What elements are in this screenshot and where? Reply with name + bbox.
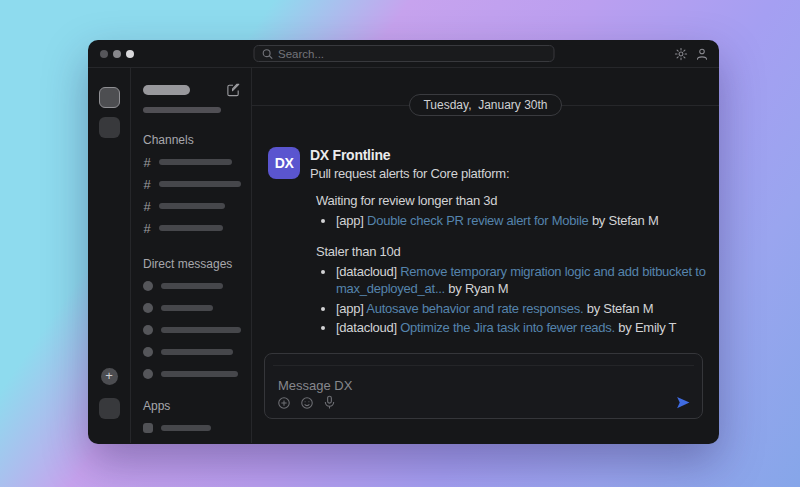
window-close-button[interactable] [100,50,108,58]
settings-gear-icon[interactable] [674,47,688,61]
channel-name-skeleton [159,203,225,209]
search-placeholder: Search... [278,48,324,60]
pr-link[interactable]: Optimize the Jira task into fewer reads. [400,320,615,335]
app-name-skeleton [161,425,211,431]
message-intro-text: Pull request alerts for Core platform: [310,165,713,182]
search-icon [261,48,273,60]
search-input[interactable]: Search... [253,45,554,62]
hash-icon: # [143,177,151,192]
sidebar-dm-item[interactable] [143,363,241,385]
hash-icon: # [143,199,151,214]
channel-name-skeleton [159,225,223,231]
dm-name-skeleton [161,349,233,355]
workspace-status-skeleton [143,107,221,113]
slack-app-window: Search... [88,40,719,444]
sidebar-channel-item[interactable]: # [143,173,241,195]
pr-author: by Stefan M [592,213,659,228]
pr-link[interactable]: Double check PR review alert for Mobile [367,213,588,228]
dm-avatar-skeleton [143,303,153,313]
date-divider: Tuesday, January 30th [252,94,719,115]
dm-name-skeleton [161,327,241,333]
sidebar-channel-item[interactable]: # [143,151,241,173]
app-avatar-skeleton [143,423,153,433]
composer-placeholder: Message DX [278,378,352,393]
user-profile-icon[interactable] [695,47,709,61]
hash-icon: # [143,221,151,236]
message-sender-name: DX Frontline [310,147,713,163]
channel-name-skeleton [159,159,232,165]
pr-author: by Emily T [618,320,676,335]
microphone-icon[interactable] [323,395,336,410]
window-controls [100,50,134,58]
window-minimize-button[interactable] [113,50,121,58]
hash-icon: # [143,155,151,170]
sidebar-dm-item[interactable] [143,341,241,363]
message-section-staler: Staler than 10d [datacloud] Remove tempo… [316,243,713,337]
pr-alert-item: [app] Autosave behavior and rate respons… [336,300,713,318]
dm-name-skeleton [161,305,213,311]
sidebar-dm-item[interactable] [143,275,241,297]
add-workspace-button[interactable]: + [101,368,118,385]
sidebar-channel-item[interactable]: # [143,195,241,217]
workspace-switcher-secondary[interactable] [99,117,120,138]
window-zoom-button[interactable] [126,50,134,58]
dx-bot-avatar: DX [268,147,300,179]
workspace-rail-bottom-square[interactable] [99,398,120,419]
direct-messages-header: Direct messages [143,257,241,271]
sidebar-dm-item[interactable] [143,319,241,341]
window-titlebar: Search... [88,40,719,68]
dm-avatar-skeleton [143,281,153,291]
pr-alert-list: [datacloud] Remove temporary migration l… [316,263,713,337]
repo-tag: [app] [336,301,364,316]
pr-alert-item: [app] Double check PR review alert for M… [336,212,713,230]
workspace-rail: + [88,68,131,443]
pr-alert-item: [datacloud] Optimize the Jira task into … [336,319,713,337]
compose-message-icon[interactable] [226,82,241,97]
dm-avatar-skeleton [143,369,153,379]
dm-name-skeleton [161,283,223,289]
sidebar-dm-item[interactable] [143,297,241,319]
dm-avatar-skeleton [143,347,153,357]
pr-link[interactable]: Autosave behavior and rate responses. [366,301,583,316]
dm-avatar-skeleton [143,325,153,335]
emoji-icon[interactable] [300,396,314,410]
channel-sidebar: Channels # # # # [131,68,252,443]
repo-tag: [datacloud] [336,264,397,279]
pr-alert-item: [datacloud] Remove temporary migration l… [336,263,713,298]
repo-tag: [datacloud] [336,320,397,335]
chat-pane: Tuesday, January 30th DX DX Frontline Pu… [252,68,719,443]
message-section-waiting: Waiting for review longer than 3d [app] … [316,192,713,230]
attach-plus-icon[interactable] [277,396,291,410]
section-title: Staler than 10d [316,243,713,260]
section-title: Waiting for review longer than 3d [316,192,713,209]
apps-header: Apps [143,399,241,413]
repo-tag: [app] [336,213,364,228]
date-pill[interactable]: Tuesday, January 30th [409,94,561,116]
pr-alert-list: [app] Double check PR review alert for M… [316,212,713,230]
workspace-switcher-active[interactable] [99,87,120,108]
chat-message: DX DX Frontline Pull request alerts for … [252,147,719,337]
channels-header: Channels [143,133,241,147]
message-composer[interactable]: Message DX [264,353,703,419]
desktop-wallpaper: Search... [0,0,800,487]
pr-author: by Stefan M [587,301,654,316]
composer-divider [273,365,694,366]
channel-name-skeleton [159,181,241,187]
sidebar-app-item[interactable] [143,417,241,439]
sidebar-channel-item[interactable]: # [143,217,241,239]
pr-author: by Ryan M [448,281,508,296]
dm-name-skeleton [161,371,238,377]
workspace-name-skeleton [143,85,190,95]
send-message-icon[interactable] [675,395,691,410]
